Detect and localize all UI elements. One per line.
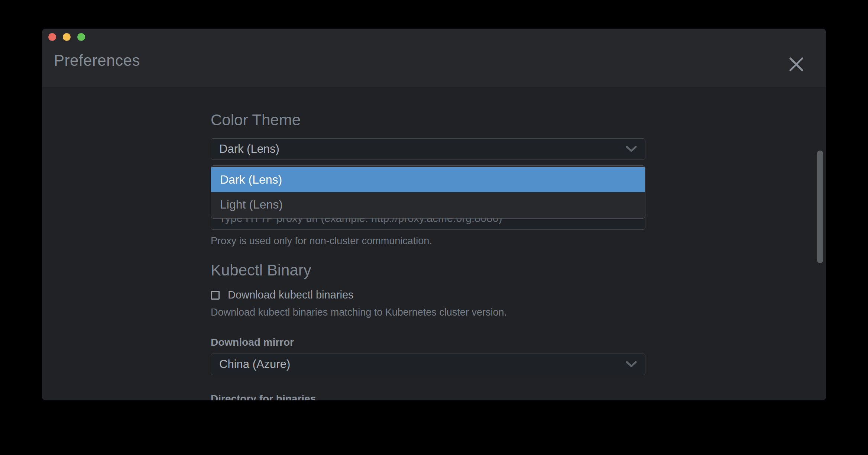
chevron-down-icon bbox=[626, 361, 637, 368]
maximize-traffic-light[interactable] bbox=[77, 33, 85, 41]
close-traffic-light[interactable] bbox=[48, 33, 56, 41]
preferences-window: Preferences Color Theme Dark (Lens) bbox=[42, 29, 826, 400]
download-mirror-label: Download mirror bbox=[211, 336, 294, 348]
chevron-down-icon bbox=[626, 146, 637, 152]
proxy-hint-text: Proxy is used only for non-cluster commu… bbox=[211, 235, 432, 247]
kubectl-description: Download kubectl binaries matching to Ku… bbox=[211, 307, 507, 318]
download-mirror-select[interactable]: China (Azure) bbox=[211, 354, 645, 375]
page-title: Preferences bbox=[54, 52, 140, 70]
vertical-scrollbar-thumb[interactable] bbox=[817, 151, 823, 263]
desktop-background: Preferences Color Theme Dark (Lens) bbox=[0, 0, 868, 455]
preferences-content: Color Theme Dark (Lens) Dark (Lens) Ligh… bbox=[42, 87, 826, 400]
download-kubectl-checkbox-row[interactable]: Download kubectl binaries bbox=[211, 289, 354, 301]
color-theme-select-value: Dark (Lens) bbox=[219, 142, 279, 156]
dropdown-option-dark[interactable]: Dark (Lens) bbox=[211, 167, 645, 192]
checkbox-unchecked-icon[interactable] bbox=[211, 291, 220, 300]
color-theme-heading: Color Theme bbox=[211, 111, 301, 129]
color-theme-dropdown-menu: Dark (Lens) Light (Lens) bbox=[211, 165, 645, 219]
kubectl-binary-heading: Kubectl Binary bbox=[211, 261, 311, 279]
download-mirror-select-value: China (Azure) bbox=[219, 358, 290, 371]
minimize-traffic-light[interactable] bbox=[63, 33, 71, 41]
traffic-lights bbox=[48, 33, 85, 41]
close-button[interactable] bbox=[787, 55, 806, 74]
titlebar: Preferences bbox=[42, 29, 826, 87]
download-kubectl-label: Download kubectl binaries bbox=[228, 289, 354, 301]
color-theme-select[interactable]: Dark (Lens) bbox=[211, 138, 645, 160]
settings-column: Color Theme Dark (Lens) Dark (Lens) Ligh… bbox=[211, 87, 645, 400]
dropdown-option-light[interactable]: Light (Lens) bbox=[211, 192, 645, 217]
close-icon bbox=[788, 56, 804, 72]
directory-for-binaries-label: Directory for binaries bbox=[211, 393, 316, 400]
